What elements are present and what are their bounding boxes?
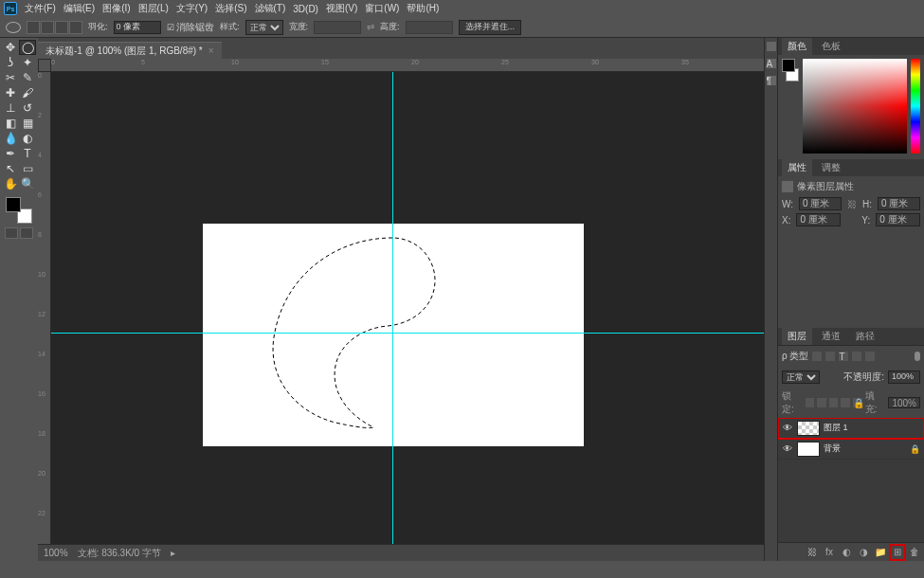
- zoom-level[interactable]: 100%: [44, 548, 68, 558]
- marquee-ellipse-tool[interactable]: ◯: [19, 40, 36, 55]
- crop-tool[interactable]: ✂: [2, 70, 19, 85]
- foreground-background-swatch[interactable]: [6, 197, 32, 224]
- menu-edit[interactable]: 编辑(E): [63, 2, 95, 15]
- foreground-color-swatch[interactable]: [6, 197, 21, 212]
- hand-tool[interactable]: ✋: [2, 176, 19, 191]
- layer-name[interactable]: 背景: [824, 443, 841, 455]
- tab-channels[interactable]: 通道: [816, 328, 846, 345]
- filter-adjust-icon[interactable]: [825, 352, 835, 361]
- magic-wand-tool[interactable]: ✦: [19, 55, 36, 70]
- group-icon[interactable]: 📁: [875, 547, 886, 558]
- workspace[interactable]: [51, 72, 764, 544]
- selection-add-icon[interactable]: [41, 21, 54, 34]
- screenmode-button[interactable]: [20, 227, 33, 239]
- prop-x-field[interactable]: 0 厘米: [796, 213, 841, 226]
- layer-row[interactable]: 👁图层 1: [778, 418, 924, 439]
- menu-type[interactable]: 文字(Y): [176, 2, 208, 15]
- lock-trans-icon[interactable]: [806, 398, 815, 407]
- brush-tool[interactable]: 🖌: [19, 85, 36, 100]
- tab-adjustments[interactable]: 调整: [816, 159, 846, 176]
- selection-new-icon[interactable]: [27, 21, 40, 34]
- close-icon[interactable]: ×: [208, 45, 214, 56]
- guide-horizontal[interactable]: [51, 333, 764, 334]
- spot-heal-tool[interactable]: ✚: [2, 85, 19, 100]
- character-panel-icon[interactable]: A: [767, 59, 776, 68]
- width-input[interactable]: [314, 21, 361, 34]
- layer-thumbnail[interactable]: [797, 421, 820, 436]
- color-field[interactable]: [803, 59, 907, 154]
- filter-pixel-icon[interactable]: [812, 352, 822, 361]
- antialias-checkbox[interactable]: ☑ 消除锯齿: [167, 21, 215, 34]
- layer-name[interactable]: 图层 1: [824, 422, 848, 434]
- path-select-tool[interactable]: ↖: [2, 161, 19, 176]
- menu-window[interactable]: 窗口(W): [365, 2, 399, 15]
- zoom-tool[interactable]: 🔍: [19, 176, 36, 191]
- ruler-horizontal[interactable]: 05101520253035: [51, 59, 764, 72]
- paragraph-panel-icon[interactable]: ¶: [767, 76, 776, 85]
- filter-smart-icon[interactable]: [865, 352, 875, 361]
- lasso-tool[interactable]: ʖ: [2, 55, 19, 70]
- prop-w-field[interactable]: 0 厘米: [799, 197, 842, 210]
- color-mini-swatch[interactable]: [782, 59, 799, 81]
- filter-shape-icon[interactable]: [852, 352, 861, 361]
- guide-vertical[interactable]: [392, 72, 393, 544]
- feather-input[interactable]: [114, 21, 161, 34]
- canvas[interactable]: [203, 224, 584, 446]
- move-tool[interactable]: ✥: [2, 40, 19, 55]
- eraser-tool[interactable]: ◧: [2, 116, 19, 131]
- refine-edge-button[interactable]: 选择并遮住...: [459, 20, 522, 35]
- layer-thumbnail[interactable]: [797, 442, 820, 457]
- lock-all-icon[interactable]: 🔒: [853, 398, 862, 407]
- tab-paths[interactable]: 路径: [850, 328, 880, 345]
- menu-layer[interactable]: 图层(L): [138, 2, 169, 15]
- menu-select[interactable]: 选择(S): [215, 2, 246, 15]
- selection-intersect-icon[interactable]: [69, 21, 82, 34]
- blur-tool[interactable]: 💧: [2, 131, 19, 146]
- eyedropper-tool[interactable]: ✎: [19, 70, 36, 85]
- hue-slider[interactable]: [911, 59, 920, 154]
- gradient-tool[interactable]: ▦: [19, 116, 36, 131]
- mini-fg-swatch[interactable]: [782, 59, 795, 72]
- history-panel-icon[interactable]: [767, 42, 776, 51]
- opacity-input[interactable]: 100%: [888, 370, 920, 384]
- visibility-icon[interactable]: 👁: [782, 443, 793, 455]
- document-tab[interactable]: 未标题-1 @ 100% (图层 1, RGB/8#) * ×: [38, 42, 222, 59]
- new-layer-icon[interactable]: ⊞: [892, 547, 903, 558]
- filter-type-icon[interactable]: T: [839, 352, 848, 361]
- prop-h-field[interactable]: 0 厘米: [878, 197, 920, 210]
- type-tool[interactable]: T: [19, 146, 36, 161]
- adjustment-layer-icon[interactable]: ◑: [858, 547, 869, 558]
- fill-input[interactable]: 100%: [888, 397, 920, 408]
- layer-row[interactable]: 👁背景🔒: [778, 439, 924, 460]
- menu-help[interactable]: 帮助(H): [407, 2, 439, 15]
- tool-preset-icon[interactable]: [6, 22, 21, 33]
- prop-y-field[interactable]: 0 厘米: [876, 213, 920, 226]
- link-wh-icon[interactable]: ⛓: [847, 199, 857, 209]
- tab-color[interactable]: 颜色: [782, 38, 812, 55]
- dodge-tool[interactable]: ◐: [19, 131, 36, 146]
- height-input[interactable]: [406, 21, 453, 34]
- rect-shape-tool[interactable]: ▭: [19, 161, 36, 176]
- trash-icon[interactable]: 🗑: [909, 547, 920, 558]
- lock-nest-icon[interactable]: [841, 398, 850, 407]
- tab-layers[interactable]: 图层: [782, 328, 812, 345]
- quickmask-button[interactable]: [5, 227, 18, 239]
- lock-image-icon[interactable]: [817, 398, 826, 407]
- chevron-right-icon[interactable]: ▸: [171, 548, 175, 558]
- tab-swatches[interactable]: 色板: [816, 38, 846, 55]
- mask-icon[interactable]: ◐: [841, 547, 852, 558]
- doc-info[interactable]: 文档: 836.3K/0 字节: [78, 547, 161, 560]
- menu-image[interactable]: 图像(I): [102, 2, 130, 15]
- selection-subtract-icon[interactable]: [55, 21, 68, 34]
- blend-mode-select[interactable]: 正常: [782, 370, 820, 384]
- filter-toggle-icon[interactable]: [915, 352, 920, 361]
- style-select[interactable]: 正常: [245, 20, 283, 35]
- history-brush-tool[interactable]: ↺: [19, 100, 36, 116]
- menu-file[interactable]: 文件(F): [25, 2, 56, 15]
- menu-filter[interactable]: 滤镜(T): [255, 2, 286, 15]
- lock-pos-icon[interactable]: [829, 398, 839, 407]
- menu-3d[interactable]: 3D(D): [293, 4, 318, 14]
- pen-tool[interactable]: ✒: [2, 146, 19, 161]
- swap-wh-icon[interactable]: ⇄: [367, 22, 374, 32]
- ruler-vertical[interactable]: 0246810121416182022: [38, 72, 51, 544]
